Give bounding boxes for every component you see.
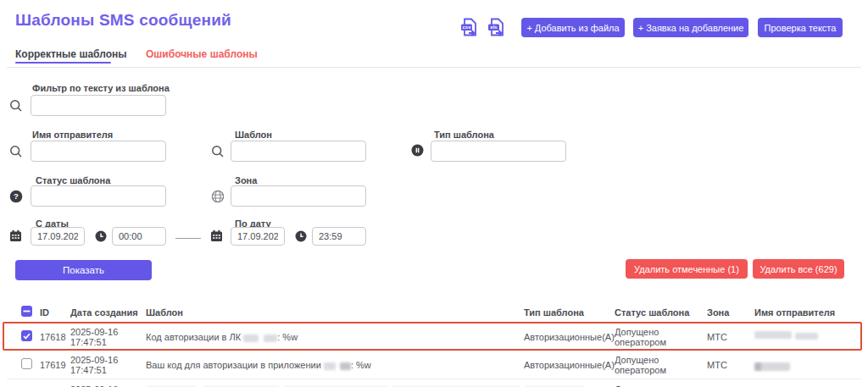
svg-text:xls: xls	[490, 25, 498, 30]
cell-template: Код авторизации в ЛК : %w	[146, 332, 298, 342]
cell-date: 2025-09-1617:47:51	[70, 327, 118, 347]
cell-zone: МТС	[707, 332, 727, 342]
search-icon	[9, 145, 23, 158]
table-row[interactable]: 2025-09-1617:47:51 Допущено	[0, 381, 868, 387]
select-all-checkbox[interactable]	[21, 306, 32, 317]
calendar-icon	[210, 229, 223, 242]
search-icon	[211, 145, 225, 158]
sender-filter-label: Имя отправителя	[32, 130, 113, 140]
tab-correct-templates[interactable]: Корректные шаблоны	[15, 48, 126, 60]
calendar-icon	[9, 229, 22, 242]
status-filter-label: Статус шаблона	[36, 175, 110, 185]
table-row[interactable]: 17618 2025-09-1617:47:51 Код авторизации…	[0, 323, 868, 351]
date-to-input[interactable]	[231, 227, 285, 246]
type-filter-icon	[411, 144, 424, 157]
search-icon	[9, 99, 23, 113]
text-filter-input[interactable]	[31, 95, 166, 116]
cell-id: 17619	[40, 360, 66, 370]
cell-template: Ваш код для авторизации в приложении : %…	[146, 360, 371, 370]
text-filter-label: Фильтр по тексту из шаблона	[32, 83, 170, 93]
col-header-type: Тип шаблона	[524, 307, 584, 318]
date-from-input[interactable]	[31, 227, 85, 246]
cell-type: Авторизационные(А)	[524, 332, 615, 342]
template-filter-input[interactable]	[231, 141, 366, 162]
show-button[interactable]: Показать	[15, 260, 152, 280]
cell-zone: МТС	[707, 360, 727, 370]
cell-id: 17618	[40, 332, 66, 342]
svg-text:?: ?	[14, 191, 19, 201]
export-csv-icon[interactable]: csv	[459, 17, 481, 39]
zone-filter-label: Зона	[235, 175, 257, 185]
sender-filter-input[interactable]	[31, 141, 166, 162]
svg-text:csv: csv	[462, 25, 471, 30]
type-filter-label: Тип шаблона	[434, 130, 494, 140]
cell-status: Допущенооператором	[615, 327, 666, 347]
col-header-status: Статус шаблона	[615, 307, 689, 318]
row-checkbox[interactable]	[21, 358, 32, 369]
cell-date: 2025-09-1617:47:51	[70, 355, 118, 375]
row-checkbox[interactable]	[21, 330, 32, 341]
template-filter-label: Шаблон	[235, 130, 272, 140]
col-header-zone: Зона	[707, 307, 729, 318]
zone-filter-input[interactable]	[231, 185, 366, 207]
col-header-sender: Имя отправителя	[754, 307, 835, 318]
date-range-dash	[175, 238, 201, 239]
cell-type: Авторизационные(А)	[524, 360, 615, 370]
type-filter-input[interactable]	[431, 141, 566, 162]
cell-sender-blurred	[754, 327, 818, 342]
tab-erroneous-templates[interactable]: Ошибочные шаблоны	[146, 48, 258, 60]
cell-sender-blurred	[754, 358, 790, 373]
col-header-template: Шаблон	[146, 307, 183, 318]
check-text-button[interactable]: Проверка текста	[758, 18, 843, 37]
table-row[interactable]: 17619 2025-09-1617:47:51 Ваш код для авт…	[0, 351, 868, 379]
globe-icon	[211, 190, 225, 203]
row-divider	[7, 379, 861, 379]
add-request-button[interactable]: + Заявка на добавление	[633, 18, 748, 37]
clock-icon	[295, 230, 307, 242]
add-from-file-button[interactable]: + Добавить из файла	[521, 18, 625, 37]
cell-status: Допущенооператором	[615, 355, 666, 375]
time-from-input[interactable]	[112, 227, 166, 246]
active-tab-underline	[15, 62, 111, 64]
export-xls-icon[interactable]: xls	[486, 17, 508, 39]
clock-icon	[95, 230, 107, 242]
delete-selected-button[interactable]: Удалить отмеченные (1)	[626, 259, 748, 279]
sms-templates-page: Шаблоны SMS сообщений csv xls + Добавить…	[0, 0, 868, 387]
page-title: Шаблоны SMS сообщений	[15, 11, 231, 30]
question-circle-icon: ?	[9, 190, 23, 203]
col-header-id: ID	[40, 307, 49, 318]
col-header-date: Дата создания	[70, 307, 138, 318]
tabs-divider	[7, 67, 861, 68]
delete-all-button[interactable]: Удалить все (629)	[753, 259, 844, 279]
status-filter-input[interactable]	[31, 185, 166, 207]
time-to-input[interactable]	[312, 227, 366, 246]
